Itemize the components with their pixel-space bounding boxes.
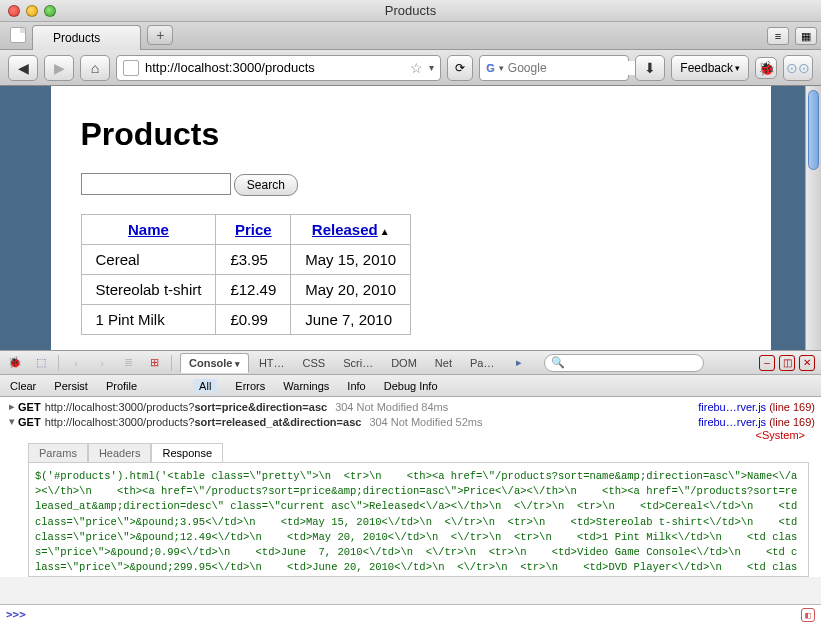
twisty-icon[interactable]: ▾: [6, 415, 18, 428]
back-button[interactable]: ◀: [8, 55, 38, 81]
cell-price: £0.99: [216, 304, 291, 334]
tab-products[interactable]: Products: [32, 25, 141, 50]
panel-html[interactable]: HT…: [251, 354, 293, 372]
command-popup-button[interactable]: ◧: [801, 608, 815, 622]
panel-css[interactable]: CSS: [295, 354, 334, 372]
panel-script[interactable]: Scri…: [335, 354, 381, 372]
http-method: GET: [18, 416, 41, 428]
cell-price: £3.95: [216, 244, 291, 274]
filter-info[interactable]: Info: [347, 380, 365, 392]
feedback-button[interactable]: Feedback▾: [671, 55, 749, 81]
filter-errors[interactable]: Errors: [235, 380, 265, 392]
tab-groups-button[interactable]: ▦: [795, 27, 817, 45]
panel-dom[interactable]: DOM: [383, 354, 425, 372]
browser-viewport: Products Search Name Price Released▲ Cer…: [0, 86, 821, 386]
filter-warnings[interactable]: Warnings: [283, 380, 329, 392]
product-search-button[interactable]: Search: [234, 174, 298, 196]
filter-all[interactable]: All: [193, 379, 217, 393]
products-table: Name Price Released▲ Cereal £3.95 May 15…: [81, 214, 412, 335]
request-status: 304 Not Modified 52ms: [369, 416, 482, 428]
close-window-button[interactable]: [8, 5, 20, 17]
request-source[interactable]: firebu…rver.js (line 169): [698, 401, 815, 413]
xhr-detail-tabs: Params Headers Response: [28, 443, 815, 462]
sort-asc-icon: ▲: [380, 226, 390, 237]
console-toolbar: Clear Persist Profile All Errors Warning…: [0, 375, 821, 397]
inspect-icon[interactable]: ⬚: [32, 354, 50, 372]
command-line[interactable]: >>> ◧: [0, 604, 821, 624]
lines-icon[interactable]: ≣: [119, 354, 137, 372]
minimize-firebug-button[interactable]: –: [759, 355, 775, 371]
panel-net[interactable]: Net: [427, 354, 460, 372]
zoom-window-button[interactable]: [44, 5, 56, 17]
cell-name: Cereal: [81, 244, 216, 274]
panel-console[interactable]: Console: [180, 353, 249, 373]
panel-page[interactable]: Pa…: [462, 354, 502, 372]
product-search-input[interactable]: [81, 173, 231, 195]
nav-fwd-icon[interactable]: ›: [93, 354, 111, 372]
http-method: GET: [18, 401, 41, 413]
minimize-window-button[interactable]: [26, 5, 38, 17]
close-firebug-button[interactable]: ✕: [799, 355, 815, 371]
panel-overflow-icon[interactable]: ▸: [510, 354, 528, 372]
search-icon: 🔍: [551, 356, 565, 369]
cell-released: May 20, 2010: [291, 274, 411, 304]
filter-debug[interactable]: Debug Info: [384, 380, 438, 392]
extension-button[interactable]: ⊙⊙: [783, 55, 813, 81]
request-url: http://localhost:3000/products?sort=rele…: [45, 416, 362, 428]
reload-button[interactable]: ⟳: [447, 55, 473, 81]
home-button[interactable]: ⌂: [80, 55, 110, 81]
search-engine-dropdown[interactable]: ▾: [499, 63, 504, 73]
twisty-icon[interactable]: ▸: [6, 400, 18, 413]
prompt-icon: >>>: [6, 608, 26, 621]
console-body: ▸ GET http://localhost:3000/products?sor…: [0, 397, 821, 577]
page-content: Products Search Name Price Released▲ Cer…: [51, 86, 771, 386]
search-box[interactable]: ▾: [479, 55, 629, 81]
url-input[interactable]: [145, 60, 404, 75]
vertical-scrollbar[interactable]: [805, 86, 821, 386]
sort-released-link[interactable]: Released: [312, 221, 378, 238]
panel-switcher: Console HT… CSS Scri… DOM Net Pa…: [180, 353, 502, 373]
tab-response[interactable]: Response: [151, 443, 223, 462]
navigation-toolbar: ◀ ▶ ⌂ ☆ ▾ ⟳ ▾ ⬇ Feedback▾ 🐞 ⊙⊙: [0, 50, 821, 86]
url-bar[interactable]: ☆ ▾: [116, 55, 441, 81]
sort-price-link[interactable]: Price: [235, 221, 272, 238]
console-profile[interactable]: Profile: [106, 380, 137, 392]
scrollbar-thumb[interactable]: [808, 90, 819, 170]
tab-params[interactable]: Params: [28, 443, 88, 462]
response-body[interactable]: $('#products').html('<table class=\"pret…: [28, 462, 809, 577]
firebug-button[interactable]: 🐞: [755, 57, 777, 79]
system-label: <System>: [6, 429, 815, 441]
table-row: 1 Pint Milk £0.99 June 7, 2010: [81, 304, 411, 334]
request-status: 304 Not Modified 84ms: [335, 401, 448, 413]
xhr-row[interactable]: ▾ GET http://localhost:3000/products?sor…: [6, 414, 815, 429]
page-icon: [10, 27, 26, 43]
new-tab-button[interactable]: +: [147, 25, 173, 45]
sort-name-link[interactable]: Name: [128, 221, 169, 238]
firebug-toolbar: 🐞 ⬚ ‹ › ≣ ⊞ Console HT… CSS Scri… DOM Ne…: [0, 351, 821, 375]
page-heading: Products: [81, 116, 741, 153]
cell-released: June 7, 2010: [291, 304, 411, 334]
tab-headers[interactable]: Headers: [88, 443, 152, 462]
request-url: http://localhost:3000/products?sort=pric…: [45, 401, 328, 413]
site-identity-icon[interactable]: [123, 60, 139, 76]
firebug-icon[interactable]: 🐞: [6, 354, 24, 372]
firebug-search[interactable]: 🔍: [544, 354, 704, 372]
bookmark-star-icon[interactable]: ☆: [410, 60, 423, 76]
list-all-tabs-button[interactable]: ≡: [767, 27, 789, 45]
console-clear[interactable]: Clear: [10, 380, 36, 392]
detach-firebug-button[interactable]: ◫: [779, 355, 795, 371]
url-dropdown-icon[interactable]: ▾: [429, 62, 434, 73]
forward-button[interactable]: ▶: [44, 55, 74, 81]
cell-name: Stereolab t-shirt: [81, 274, 216, 304]
nav-back-icon[interactable]: ‹: [67, 354, 85, 372]
cell-released: May 15, 2010: [291, 244, 411, 274]
firebug-panel: 🐞 ⬚ ‹ › ≣ ⊞ Console HT… CSS Scri… DOM Ne…: [0, 350, 821, 624]
downloads-button[interactable]: ⬇: [635, 55, 665, 81]
table-header-row: Name Price Released▲: [81, 214, 411, 244]
cmd-toggle-icon[interactable]: ⊞: [145, 354, 163, 372]
xhr-row[interactable]: ▸ GET http://localhost:3000/products?sor…: [6, 399, 815, 414]
window-title: Products: [0, 3, 821, 18]
cell-price: £12.49: [216, 274, 291, 304]
request-source[interactable]: firebu…rver.js (line 169): [698, 416, 815, 428]
console-persist[interactable]: Persist: [54, 380, 88, 392]
